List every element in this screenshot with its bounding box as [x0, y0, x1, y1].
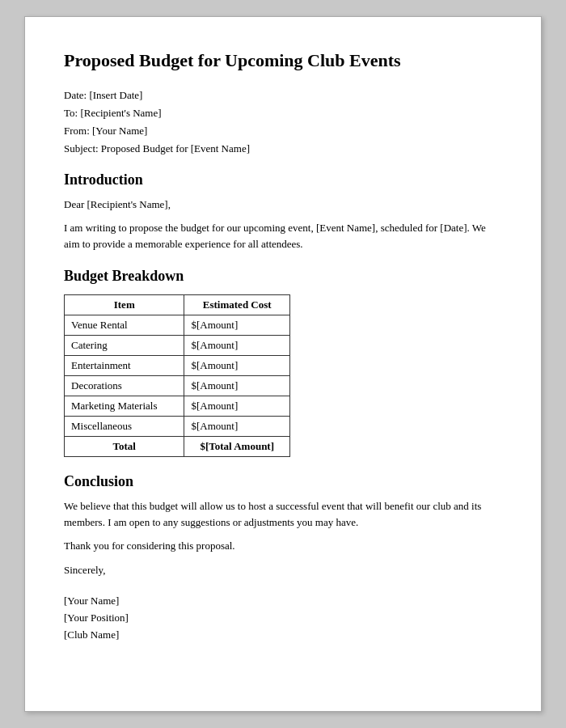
table-row: Marketing Materials$[Amount]	[65, 396, 290, 417]
meta-from: From: [Your Name]	[64, 125, 502, 138]
table-cell-cost: $[Amount]	[184, 356, 290, 376]
meta-to: To: [Recipient's Name]	[64, 107, 502, 120]
meta-section: Date: [Insert Date] To: [Recipient's Nam…	[64, 89, 502, 155]
budget-table: Item Estimated Cost Venue Rental$[Amount…	[64, 294, 290, 457]
conclusion-heading: Conclusion	[64, 473, 502, 490]
conclusion-body2: Thank you for considering this proposal.	[64, 538, 502, 554]
sign-club: [Club Name]	[64, 627, 502, 644]
meta-subject: Subject: Proposed Budget for [Event Name…	[64, 142, 502, 155]
conclusion-body1: We believe that this budget will allow u…	[64, 498, 502, 530]
sign-name: [Your Name]	[64, 593, 502, 610]
table-row: Decorations$[Amount]	[65, 376, 290, 396]
intro-body: I am writing to propose the budget for o…	[64, 220, 502, 252]
table-cell-item: Catering	[65, 336, 184, 356]
table-cell-cost: $[Amount]	[184, 396, 290, 417]
budget-heading: Budget Breakdown	[64, 268, 502, 285]
col-item-header: Item	[65, 295, 184, 315]
document-title: Proposed Budget for Upcoming Club Events	[64, 49, 502, 73]
table-cell-item: Decorations	[65, 376, 184, 396]
table-cell-item: Miscellaneous	[65, 417, 184, 437]
table-cell-item: Entertainment	[65, 356, 184, 376]
meta-date: Date: [Insert Date]	[64, 89, 502, 102]
sign-off-section: Sincerely, [Your Name] [Your Position] […	[64, 562, 502, 644]
table-cell-item: Venue Rental	[65, 315, 184, 336]
table-cell-item: Marketing Materials	[65, 396, 184, 417]
table-cell-cost: $[Amount]	[184, 336, 290, 356]
table-cell-cost: $[Amount]	[184, 376, 290, 396]
table-cell-cost: $[Amount]	[184, 315, 290, 336]
document-page: Proposed Budget for Upcoming Club Events…	[24, 16, 542, 712]
table-row: Miscellaneous$[Amount]	[65, 417, 290, 437]
table-header-row: Item Estimated Cost	[65, 295, 290, 315]
intro-heading: Introduction	[64, 171, 502, 188]
total-value: $[Total Amount]	[184, 437, 290, 457]
intro-salutation: Dear [Recipient's Name],	[64, 197, 502, 213]
table-row: Entertainment$[Amount]	[65, 356, 290, 376]
total-label: Total	[65, 437, 184, 457]
table-total-row: Total$[Total Amount]	[65, 437, 290, 457]
table-cell-cost: $[Amount]	[184, 417, 290, 437]
table-row: Venue Rental$[Amount]	[65, 315, 290, 336]
sign-position: [Your Position]	[64, 610, 502, 627]
sincerely-label: Sincerely,	[64, 562, 502, 579]
table-row: Catering$[Amount]	[65, 336, 290, 356]
col-cost-header: Estimated Cost	[184, 295, 290, 315]
